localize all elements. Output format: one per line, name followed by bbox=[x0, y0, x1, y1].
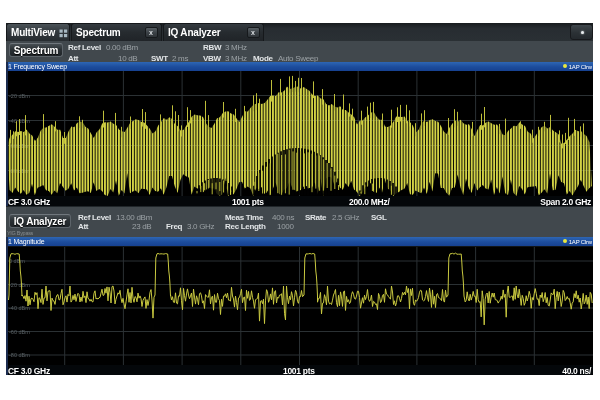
svg-text:-20 dBm: -20 dBm bbox=[9, 93, 30, 99]
svg-text:-80 dBm: -80 dBm bbox=[9, 352, 30, 358]
svg-text:0 dBm: 0 dBm bbox=[9, 258, 25, 264]
svg-text:-60 dBm: -60 dBm bbox=[9, 329, 30, 335]
svg-text:-40 dBm: -40 dBm bbox=[9, 305, 30, 311]
svg-text:-20 dBm: -20 dBm bbox=[9, 282, 30, 288]
